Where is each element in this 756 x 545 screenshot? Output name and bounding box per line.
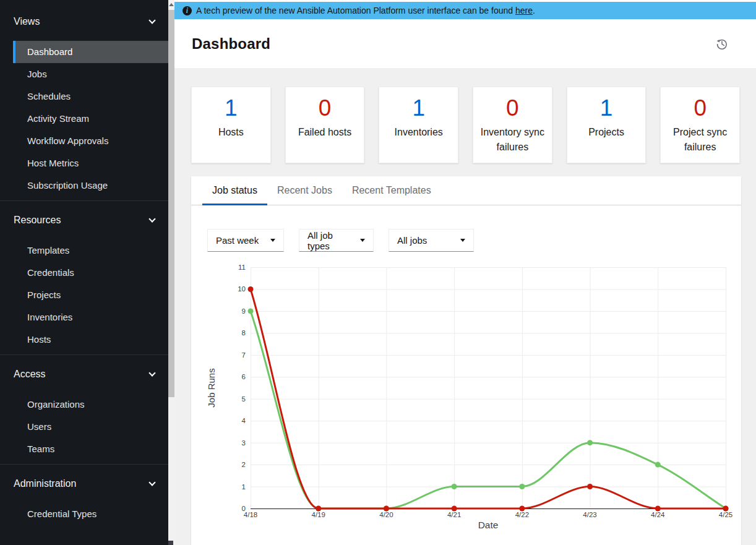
chart-point[interactable] <box>655 506 661 512</box>
sidebar-item-users[interactable]: Users <box>0 416 168 438</box>
sidebar-item-hosts[interactable]: Hosts <box>0 328 168 351</box>
series-points-successful-jobs <box>248 308 729 511</box>
history-button[interactable] <box>715 37 729 51</box>
scrollbar-bottom-notch <box>168 541 173 545</box>
svg-text:10: 10 <box>238 285 246 293</box>
card-label: Hosts <box>218 125 244 140</box>
nav-group-header-views[interactable]: Views <box>0 7 168 36</box>
series-points-failed-jobs <box>248 286 729 512</box>
scrollbar-up-arrow-icon[interactable] <box>169 3 174 6</box>
chevron-down-icon <box>460 239 465 242</box>
sidebar-item-credentials[interactable]: Credentials <box>0 262 168 284</box>
series-line-failed-jobs <box>251 289 726 509</box>
banner-here-link[interactable]: here <box>515 6 533 15</box>
card-value: 0 <box>694 95 707 122</box>
filter-select-all-job-types[interactable]: All job types <box>299 229 374 252</box>
svg-text:5: 5 <box>242 395 246 403</box>
filters: Past weekAll job typesAll jobs <box>207 229 474 252</box>
sidebar-item-templates[interactable]: Templates <box>0 239 168 262</box>
chevron-down-icon <box>148 369 155 376</box>
summary-card-hosts[interactable]: 1Hosts <box>191 87 271 163</box>
select-value: All jobs <box>397 235 427 246</box>
svg-text:4/22: 4/22 <box>515 511 529 518</box>
chart-point[interactable] <box>452 506 457 512</box>
chart-point[interactable] <box>655 462 661 468</box>
history-icon <box>715 37 729 51</box>
chart-point[interactable] <box>452 484 457 489</box>
chart-point[interactable] <box>723 506 729 512</box>
sidebar-item-subscription-usage[interactable]: Subscription Usage <box>0 174 168 197</box>
summary-card-inventory-sync-failures[interactable]: 0Inventory sync failures <box>473 87 552 163</box>
sidebar-item-workflow-approvals[interactable]: Workflow Approvals <box>0 130 168 152</box>
summary-cards: 1Hosts0Failed hosts1Inventories0Inventor… <box>191 87 740 163</box>
chart-point[interactable] <box>248 308 254 314</box>
chart-point[interactable] <box>519 506 525 512</box>
chart-point[interactable] <box>587 484 593 489</box>
filter-select-past-week[interactable]: Past week <box>207 229 284 252</box>
svg-text:2: 2 <box>242 461 246 468</box>
chevron-down-icon <box>270 239 275 242</box>
nav-group-header-administration[interactable]: Administration <box>0 470 168 498</box>
card-label: Failed hosts <box>298 125 351 140</box>
tabbar: Job statusRecent JobsRecent Templates <box>191 176 741 205</box>
summary-card-projects[interactable]: 1Projects <box>567 87 646 163</box>
svg-text:7: 7 <box>242 351 246 359</box>
svg-text:4/25: 4/25 <box>719 511 732 518</box>
chart-point[interactable] <box>519 484 525 489</box>
nav-group-header-resources[interactable]: Resources <box>0 206 168 234</box>
nav-group-label: Resources <box>14 215 61 226</box>
card-value: 1 <box>600 95 613 122</box>
card-value: 1 <box>412 95 425 122</box>
y-axis-label: Job Runs <box>206 368 217 407</box>
sidebar-item-inventories[interactable]: Inventories <box>0 306 168 328</box>
sidebar-item-teams[interactable]: Teams <box>0 438 168 460</box>
banner-text: A tech preview of the new Ansible Automa… <box>196 6 535 15</box>
svg-text:9: 9 <box>242 307 246 315</box>
sidebar: ViewsDashboardJobsSchedulesActivity Stre… <box>0 0 168 545</box>
chevron-down-icon <box>148 479 155 486</box>
nav-group-label: Access <box>14 369 46 380</box>
scrollbar-thumb[interactable] <box>168 10 174 397</box>
main-content: i A tech preview of the new Ansible Auto… <box>174 0 756 545</box>
nav-group-header-access[interactable]: Access <box>0 360 168 388</box>
tab-recent-jobs[interactable]: Recent Jobs <box>267 176 342 205</box>
nav-group-label: Administration <box>14 478 76 489</box>
tab-recent-templates[interactable]: Recent Templates <box>342 176 441 205</box>
filter-select-all-jobs[interactable]: All jobs <box>389 229 474 252</box>
svg-text:8: 8 <box>242 329 246 337</box>
tab-job-status[interactable]: Job status <box>202 176 267 205</box>
job-status-panel: Job statusRecent JobsRecent Templates Pa… <box>191 176 741 545</box>
x-axis-label: Date <box>478 520 499 530</box>
sidebar-item-credential-types[interactable]: Credential Types <box>0 503 168 525</box>
sidebar-item-schedules[interactable]: Schedules <box>0 85 168 108</box>
series-line-successful-jobs <box>251 311 726 509</box>
chart-point[interactable] <box>384 506 389 512</box>
page-title: Dashboard <box>192 35 270 53</box>
chart-point[interactable] <box>248 286 254 292</box>
select-value: Past week <box>216 235 259 246</box>
chevron-down-icon <box>360 239 365 242</box>
nav-group-access: AccessOrganizationsUsersTeams <box>0 354 168 464</box>
sidebar-item-organizations[interactable]: Organizations <box>0 393 168 416</box>
nav-group-resources: ResourcesTemplatesCredentialsProjectsInv… <box>0 200 168 354</box>
summary-card-inventories[interactable]: 1Inventories <box>379 87 458 163</box>
svg-text:4/24: 4/24 <box>651 511 665 518</box>
sidebar-item-host-metrics[interactable]: Host Metrics <box>0 152 168 174</box>
svg-text:4/19: 4/19 <box>312 511 325 518</box>
tech-preview-banner: i A tech preview of the new Ansible Auto… <box>174 2 756 19</box>
sidebar-scrollbar[interactable] <box>168 0 174 545</box>
svg-text:4/20: 4/20 <box>379 511 393 518</box>
summary-card-project-sync-failures[interactable]: 0Project sync failures <box>660 87 740 163</box>
chart-point[interactable] <box>316 506 321 512</box>
sidebar-item-projects[interactable]: Projects <box>0 284 168 306</box>
sidebar-item-dashboard[interactable]: Dashboard <box>13 41 168 63</box>
sidebar-item-activity-stream[interactable]: Activity Stream <box>0 108 168 130</box>
dashboard-content: 1Hosts0Failed hosts1Inventories0Inventor… <box>174 68 756 545</box>
page-header: Dashboard <box>174 19 756 68</box>
svg-text:4/18: 4/18 <box>244 511 257 518</box>
sidebar-item-jobs[interactable]: Jobs <box>0 63 168 85</box>
chart-point[interactable] <box>587 440 593 445</box>
banner-text-after: . <box>533 6 535 15</box>
summary-card-failed-hosts[interactable]: 0Failed hosts <box>285 87 365 163</box>
chevron-down-icon <box>148 215 155 222</box>
